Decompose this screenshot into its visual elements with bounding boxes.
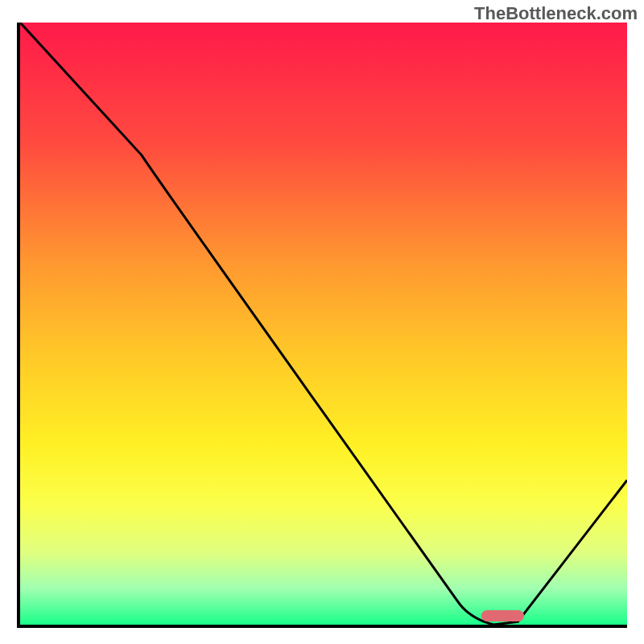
chart-plot-area — [17, 23, 627, 628]
optimal-range-marker — [481, 610, 524, 621]
watermark-text: TheBottleneck.com — [474, 3, 638, 24]
bottleneck-curve — [20, 23, 627, 625]
